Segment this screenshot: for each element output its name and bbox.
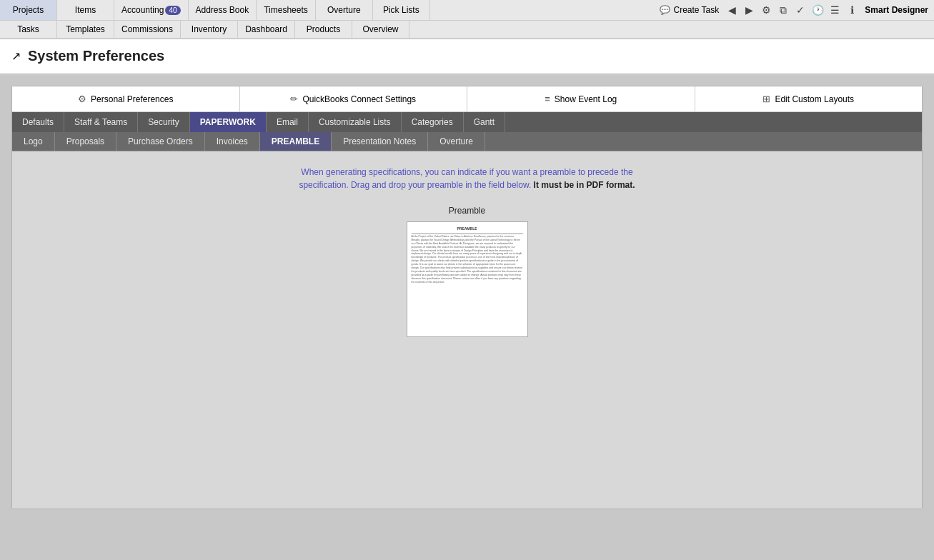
tab-invoices[interactable]: Invoices	[205, 132, 260, 151]
preferences-panel: ⚙ Personal Preferences ✏ QuickBooks Conn…	[11, 86, 923, 509]
preamble-label: Preamble	[26, 206, 908, 216]
nav-row-top: Projects Items Accounting 40 Address Boo…	[0, 0, 934, 21]
prefs-top-bar: ⚙ Personal Preferences ✏ QuickBooks Conn…	[12, 86, 922, 112]
create-task-button[interactable]: 💬 Create Task	[660, 5, 719, 15]
show-event-log-button[interactable]: ≡ Show Event Log	[467, 86, 695, 111]
nav-items[interactable]: Items	[57, 0, 114, 20]
toolbar-icons: ◀ ▶ ⚙ ⧉ ✓ 🕐 ☰ ℹ	[725, 3, 859, 17]
nav-overview[interactable]: Overview	[352, 21, 409, 38]
prev-icon[interactable]: ◀	[725, 3, 739, 17]
page-header: ↗ System Preferences	[0, 39, 934, 74]
tab-proposals[interactable]: Proposals	[55, 132, 116, 151]
tab-logo[interactable]: Logo	[12, 132, 55, 151]
personal-preferences-button[interactable]: ⚙ Personal Preferences	[12, 86, 240, 111]
tab-purchase-orders[interactable]: Purchase Orders	[116, 132, 205, 151]
accounting-badge: 40	[165, 6, 180, 15]
preamble-description: When generating specifications, you can …	[26, 166, 908, 191]
nav-pick-lists[interactable]: Pick Lists	[373, 0, 430, 20]
clock-icon[interactable]: 🕐	[810, 3, 825, 17]
doc-title: PREAMBLE	[412, 226, 523, 231]
doc-body-text: At the Project of the United States, we …	[412, 235, 523, 284]
list-icon[interactable]: ☰	[828, 3, 842, 17]
copy-icon[interactable]: ⧉	[776, 3, 790, 17]
tab-staff-teams[interactable]: Staff & Teams	[64, 112, 138, 132]
chat-icon: 💬	[660, 5, 670, 15]
tab-categories[interactable]: Categories	[402, 112, 464, 132]
nav-templates[interactable]: Templates	[57, 21, 114, 38]
tab-overture[interactable]: Overture	[428, 132, 485, 151]
inner-tabs: Logo Proposals Purchase Orders Invoices …	[12, 132, 922, 151]
info-icon[interactable]: ℹ	[845, 3, 859, 17]
settings-icon[interactable]: ⚙	[759, 3, 773, 17]
next-icon[interactable]: ▶	[742, 3, 756, 17]
preamble-desc-2: specification. Drag and drop your preamb…	[299, 180, 531, 190]
preamble-drop-zone[interactable]: PREAMBLE At the Project of the United St…	[407, 221, 528, 337]
quickbooks-icon: ✏	[290, 94, 298, 104]
nav-timesheets[interactable]: Timesheets	[257, 0, 316, 20]
tab-customizable-lists[interactable]: Customizable Lists	[309, 112, 402, 132]
external-link-icon[interactable]: ↗	[11, 49, 21, 63]
sub-tabs: Defaults Staff & Teams Security PAPERWOR…	[12, 112, 922, 132]
nav-products[interactable]: Products	[295, 21, 352, 38]
tab-preamble[interactable]: PREAMBLE	[260, 132, 332, 151]
tab-paperwork[interactable]: PAPERWORK	[190, 112, 267, 132]
nav-inventory[interactable]: Inventory	[181, 21, 238, 38]
app-title-label: Smart Designer	[865, 5, 928, 15]
quickbooks-connect-button[interactable]: ✏ QuickBooks Connect Settings	[240, 86, 468, 111]
nav-projects[interactable]: Projects	[0, 0, 57, 20]
top-nav: Projects Items Accounting 40 Address Boo…	[0, 0, 934, 39]
doc-divider	[412, 233, 523, 234]
gear-icon: ⚙	[78, 94, 86, 104]
preamble-format-note: It must be in PDF format.	[534, 180, 635, 190]
nav-commissions[interactable]: Commissions	[114, 21, 181, 38]
tab-gantt[interactable]: Gantt	[464, 112, 505, 132]
nav-right-area: 💬 Create Task ◀ ▶ ⚙ ⧉ ✓ 🕐 ☰ ℹ Smart Desi…	[654, 0, 934, 20]
tab-defaults[interactable]: Defaults	[12, 112, 64, 132]
content-area: ⚙ Personal Preferences ✏ QuickBooks Conn…	[0, 74, 934, 521]
preamble-desc-1: When generating specifications, you can …	[301, 167, 632, 177]
checkmark-icon[interactable]: ✓	[793, 3, 808, 17]
nav-overture[interactable]: Overture	[316, 0, 373, 20]
nav-row-bottom: Tasks Templates Commissions Inventory Da…	[0, 21, 934, 39]
preamble-doc-preview: PREAMBLE At the Project of the United St…	[407, 222, 527, 336]
edit-custom-layouts-button[interactable]: ⊞ Edit Custom Layouts	[695, 86, 923, 111]
page-title: System Preferences	[28, 48, 164, 64]
nav-tasks[interactable]: Tasks	[0, 21, 57, 38]
nav-accounting[interactable]: Accounting 40	[114, 0, 189, 20]
tab-security[interactable]: Security	[138, 112, 189, 132]
log-icon: ≡	[545, 94, 550, 104]
tab-presentation-notes[interactable]: Presentation Notes	[332, 132, 428, 151]
tab-email[interactable]: Email	[267, 112, 309, 132]
layout-icon: ⊞	[762, 94, 770, 104]
prefs-body: When generating specifications, you can …	[12, 151, 922, 509]
nav-address-book[interactable]: Address Book	[189, 0, 257, 20]
nav-dashboard[interactable]: Dashboard	[238, 21, 295, 38]
